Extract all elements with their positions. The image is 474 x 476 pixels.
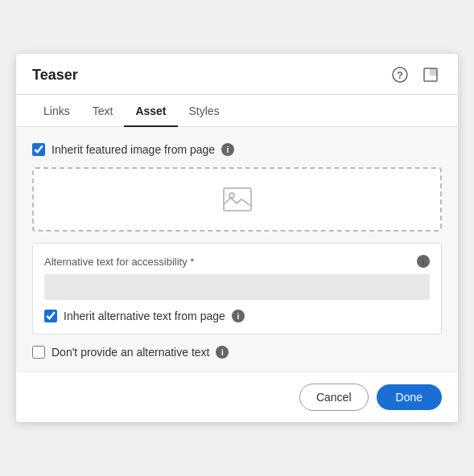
tab-text[interactable]: Text <box>81 95 125 127</box>
inherit-alt-label: Inherit alternative text from page <box>64 310 225 322</box>
dont-provide-info-icon[interactable]: i <box>216 346 229 359</box>
dont-provide-label: Don't provide an alternative text <box>52 346 209 359</box>
alt-text-label-text: Alternative text for accessibility * <box>44 256 194 268</box>
svg-rect-3 <box>430 68 437 76</box>
alt-text-info-icon[interactable]: i <box>417 255 430 268</box>
teaser-dialog: Teaser ? Links Text Asset Styles <box>16 54 458 422</box>
dialog-header: Teaser ? <box>16 54 458 95</box>
tab-asset[interactable]: Asset <box>124 95 177 127</box>
inherit-alt-checkbox[interactable] <box>44 310 57 322</box>
alt-text-label-row: Alternative text for accessibility * i <box>44 255 430 268</box>
done-button[interactable]: Done <box>377 384 442 410</box>
inherit-alt-info-icon[interactable]: i <box>232 310 245 322</box>
tab-bar: Links Text Asset Styles <box>16 95 458 127</box>
dont-provide-checkbox[interactable] <box>32 346 45 359</box>
tab-links[interactable]: Links <box>32 95 81 127</box>
inherit-image-label: Inherit featured image from page <box>52 143 215 156</box>
help-button[interactable]: ? <box>389 65 411 84</box>
svg-point-5 <box>229 193 234 198</box>
dialog-title: Teaser <box>32 67 78 84</box>
dont-provide-row: Don't provide an alternative text i <box>32 346 442 359</box>
dialog-body: Inherit featured image from page i Alter… <box>16 127 458 371</box>
inherit-image-row: Inherit featured image from page i <box>32 143 442 156</box>
help-icon: ? <box>392 67 408 83</box>
expand-button[interactable] <box>419 65 442 84</box>
svg-text:?: ? <box>397 69 403 81</box>
header-icons: ? <box>389 65 442 84</box>
expand-icon <box>422 67 439 83</box>
inherit-alt-row: Inherit alternative text from page i <box>44 310 430 322</box>
image-placeholder-icon <box>223 187 252 211</box>
svg-rect-4 <box>224 188 251 211</box>
alt-text-section: Alternative text for accessibility * i I… <box>32 243 442 334</box>
inherit-image-checkbox[interactable] <box>32 143 45 156</box>
image-drop-zone[interactable] <box>32 167 442 232</box>
dialog-footer: Cancel Done <box>16 371 458 422</box>
inherit-image-info-icon[interactable]: i <box>221 143 234 156</box>
alt-text-input[interactable] <box>44 274 430 300</box>
cancel-button[interactable]: Cancel <box>299 384 369 411</box>
tab-styles[interactable]: Styles <box>178 95 231 127</box>
